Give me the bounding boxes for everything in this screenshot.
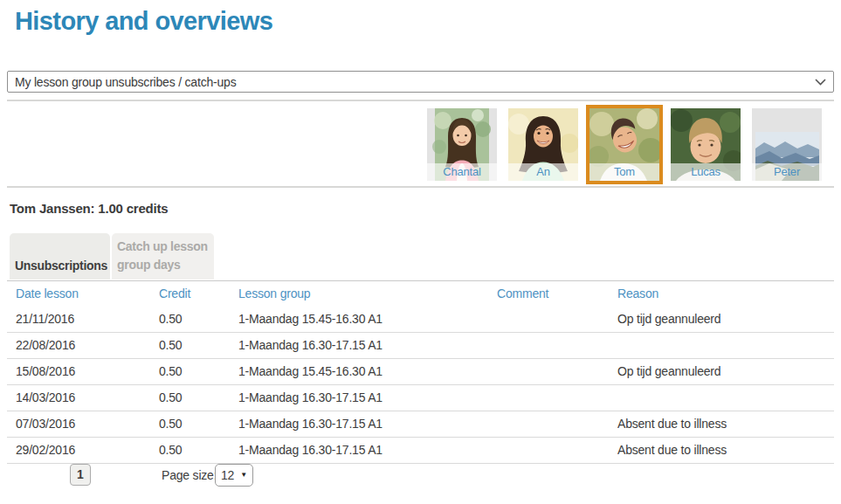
- table-row: 29/02/2016 0.50 1-Maandag 16.30-17.15 A1…: [7, 438, 834, 464]
- credits-summary: Tom Janssen: 1.00 credits: [10, 201, 168, 216]
- cell-credit: 0.50: [159, 307, 238, 332]
- tab-label: Catch up lesson group days: [117, 238, 209, 274]
- cell-comment: [497, 333, 617, 358]
- table-row: 15/08/2016 0.50 1-Maandag 15.45-16.30 A1…: [7, 359, 834, 385]
- cell-lesson-group: 1-Maandag 16.30-17.15 A1: [238, 385, 497, 411]
- student-tile-chantal[interactable]: Chantal: [427, 108, 497, 181]
- unsubscriptions-table: Date lesson Credit Lesson group Comment …: [7, 280, 834, 464]
- history-overviews-page: History and overviews My lesson group un…: [0, 0, 841, 504]
- page-size-label: Page size:: [162, 464, 217, 487]
- col-header-lesson-group[interactable]: Lesson group: [238, 281, 497, 307]
- cell-lesson-group: 1-Maandag 15.45-16.30 A1: [238, 359, 497, 384]
- student-name-label: Peter: [752, 163, 822, 181]
- student-tile-lucas[interactable]: Lucas: [671, 108, 741, 181]
- cell-lesson-group: 1-Maandag 16.30-17.15 A1: [238, 438, 497, 463]
- cell-reason: [617, 333, 834, 358]
- student-name-label: Lucas: [671, 163, 741, 181]
- cell-comment: [497, 438, 617, 463]
- student-tile-an[interactable]: An: [508, 108, 578, 181]
- cell-date-lesson: 15/08/2016: [7, 359, 159, 384]
- page-title: History and overviews: [15, 7, 272, 36]
- cell-reason: Op tijd geannuleerd: [617, 359, 834, 384]
- col-header-comment[interactable]: Comment: [497, 281, 617, 307]
- tab-unsubscriptions[interactable]: Unsubscriptions: [10, 233, 110, 280]
- cell-date-lesson: 21/11/2016: [7, 307, 159, 332]
- section-divider: [7, 100, 834, 101]
- cell-credit: 0.50: [159, 438, 238, 463]
- student-tile-tom-selected[interactable]: Tom: [586, 105, 663, 184]
- table-header-row: Date lesson Credit Lesson group Comment …: [7, 281, 834, 307]
- cell-comment: [497, 307, 617, 332]
- tab-catch-up-lesson-group-days[interactable]: Catch up lesson group days: [112, 233, 214, 280]
- page-size-select[interactable]: 12 ▼: [215, 464, 253, 487]
- cell-lesson-group: 1-Maandag 16.30-17.15 A1: [238, 411, 497, 437]
- cell-credit: 0.50: [159, 385, 238, 411]
- cell-credit: 0.50: [159, 411, 238, 437]
- cell-comment: [497, 411, 617, 437]
- chevron-down-icon: [815, 79, 826, 86]
- cell-reason: Absent due to illness: [617, 411, 834, 437]
- table-row: 21/11/2016 0.50 1-Maandag 15.45-16.30 A1…: [7, 307, 834, 333]
- cell-reason: [617, 385, 834, 411]
- cell-lesson-group: 1-Maandag 15.45-16.30 A1: [238, 307, 497, 332]
- cell-date-lesson: 22/08/2016: [7, 333, 159, 358]
- table-row: 14/03/2016 0.50 1-Maandag 16.30-17.15 A1: [7, 385, 834, 411]
- cell-credit: 0.50: [159, 359, 238, 384]
- page-1-button[interactable]: 1: [70, 464, 91, 486]
- overview-type-select-value: My lesson group unsubscribes / catch-ups: [15, 75, 236, 89]
- cell-reason: Absent due to illness: [617, 438, 834, 463]
- cell-lesson-group: 1-Maandag 16.30-17.15 A1: [238, 333, 497, 358]
- col-header-reason[interactable]: Reason: [617, 281, 834, 307]
- table-row: 07/03/2016 0.50 1-Maandag 16.30-17.15 A1…: [7, 411, 834, 438]
- col-header-date-lesson[interactable]: Date lesson: [7, 281, 159, 307]
- col-header-credit[interactable]: Credit: [159, 281, 238, 307]
- student-name-label: Chantal: [427, 163, 497, 181]
- caret-down-icon: ▼: [240, 472, 247, 479]
- students-row: Chantal An: [427, 108, 822, 181]
- cell-comment: [497, 385, 617, 411]
- student-tile-peter[interactable]: Peter: [752, 108, 822, 181]
- cell-reason: Op tijd geannuleerd: [617, 307, 834, 332]
- cell-date-lesson: 29/02/2016: [7, 438, 159, 463]
- overview-type-select[interactable]: My lesson group unsubscribes / catch-ups: [7, 71, 834, 93]
- student-name-label: Tom: [589, 163, 659, 181]
- cell-comment: [497, 359, 617, 384]
- table-row: 22/08/2016 0.50 1-Maandag 16.30-17.15 A1: [7, 333, 834, 359]
- student-name-label: An: [508, 163, 578, 181]
- page-size-value: 12: [221, 468, 234, 482]
- tab-label: Unsubscriptions: [15, 257, 107, 275]
- cell-date-lesson: 14/03/2016: [7, 385, 159, 411]
- cell-credit: 0.50: [159, 333, 238, 358]
- section-divider: [7, 186, 834, 188]
- cell-date-lesson: 07/03/2016: [7, 411, 159, 437]
- tab-bar: Unsubscriptions Catch up lesson group da…: [10, 233, 214, 280]
